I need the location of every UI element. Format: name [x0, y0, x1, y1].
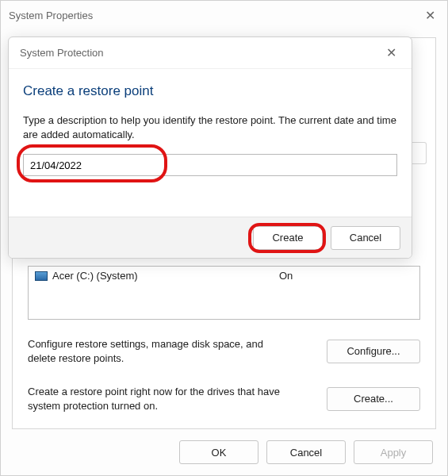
cancel-button[interactable]: Cancel: [331, 226, 400, 250]
cancel-button[interactable]: Cancel: [266, 440, 346, 464]
system-protection-dialog: System Protection ✕ Create a restore poi…: [8, 36, 412, 259]
create-restore-point-button[interactable]: Create...: [327, 387, 420, 411]
input-wrapper: [23, 154, 397, 176]
outer-window-title: System Properties: [9, 10, 93, 21]
inner-titlebar: System Protection ✕: [9, 37, 412, 69]
restore-point-description-input[interactable]: [23, 154, 397, 176]
close-icon[interactable]: ✕: [381, 45, 400, 60]
apply-button[interactable]: Apply: [354, 440, 433, 464]
drive-name: Acer (C:) (System): [52, 270, 274, 282]
configure-row: Configure restore settings, manage disk …: [28, 337, 420, 365]
outer-titlebar: System Properties ✕: [1, 1, 447, 29]
dialog-heading: Create a restore point: [23, 83, 397, 99]
create-row: Create a restore point right now for the…: [28, 385, 420, 413]
inner-window-title: System Protection: [20, 47, 104, 59]
drive-icon: [35, 271, 48, 281]
close-icon[interactable]: ✕: [420, 8, 439, 23]
configure-description: Configure restore settings, manage disk …: [28, 337, 281, 365]
ok-button[interactable]: OK: [179, 440, 258, 464]
inner-body: Create a restore point Type a descriptio…: [9, 69, 412, 176]
configure-button[interactable]: Configure...: [327, 340, 420, 363]
create-description: Create a restore point right now for the…: [28, 385, 281, 413]
drive-row[interactable]: Acer (C:) (System) On: [35, 270, 413, 282]
dialog-description: Type a description to help you identify …: [23, 113, 397, 141]
create-button[interactable]: Create: [253, 226, 323, 250]
protection-drives-listbox[interactable]: Acer (C:) (System) On: [28, 266, 420, 320]
dialog-bottom-buttons: OK Cancel Apply: [179, 440, 433, 464]
inner-footer: Create Cancel: [9, 217, 412, 258]
drive-protection-status: On: [279, 270, 293, 282]
